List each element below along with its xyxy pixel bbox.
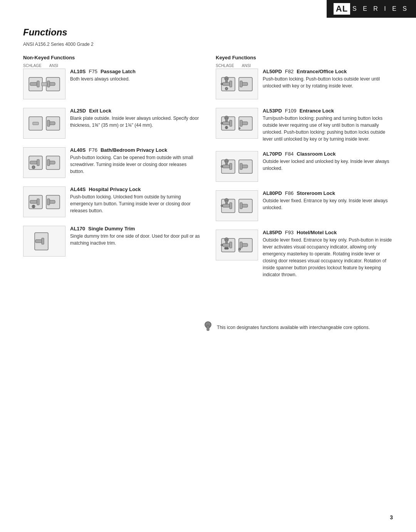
fn-al25d-info: AL25D Exit Lock Blank plate outside. Ins…: [70, 108, 200, 129]
svg-rect-35: [223, 82, 230, 86]
fn-al25d: AL25D Exit Lock Blank plate outside. Ins…: [23, 108, 200, 139]
svg-rect-65: [223, 204, 230, 207]
fn-al10s: AL10S F75 Passage Latch Both levers alwa…: [23, 69, 200, 99]
fn-al85pd-code: AL85PD: [263, 230, 282, 235]
fn-al44s-image: [23, 186, 65, 217]
fn-al10s-code: AL10S: [70, 69, 86, 74]
page-content: Functions ANSI A156.2 Series 4000 Grade …: [0, 0, 416, 356]
fn-al85pd-image: [216, 230, 258, 260]
fn-al50pd-name: Entrance/Office Lock: [297, 69, 347, 74]
fn-al70pd-desc: Outside lever locked and unlocked by key…: [263, 158, 393, 172]
svg-rect-50: [240, 120, 242, 126]
svg-rect-55: [225, 161, 228, 165]
fn-al85pd-desc: Outside lever fixed. Entrance by key onl…: [263, 237, 393, 278]
svg-rect-74: [225, 247, 228, 249]
fn-al10s-info: AL10S F75 Passage Latch Both levers alwa…: [70, 69, 200, 82]
fn-al40s-ansi: F76: [89, 147, 97, 153]
fn-al10s-desc: Both levers always unlocked.: [70, 76, 200, 82]
page-number: 3: [390, 514, 393, 520]
svg-rect-29: [42, 238, 44, 244]
svg-point-51: [239, 128, 240, 129]
fn-al170-image: [23, 226, 65, 257]
fn-al80pd-info: AL80PD F86 Storeroom Lock Outside lever …: [263, 190, 393, 211]
svg-rect-15: [37, 159, 39, 166]
svg-rect-73: [225, 240, 228, 243]
svg-rect-22: [37, 199, 39, 205]
svg-rect-26: [47, 199, 50, 205]
fn-al10s-name: Passage Latch: [101, 69, 136, 74]
fn-al80pd-name: Storeroom Lock: [297, 190, 335, 196]
svg-rect-56: [223, 165, 230, 168]
svg-rect-6: [42, 82, 47, 86]
fn-al53pd-codes: AL53PD F109 Entrance Lock: [263, 108, 393, 114]
non-keyed-heading: Non-Keyed Functions: [23, 55, 200, 60]
fn-al85pd-name: Hotel/Motel Lock: [297, 230, 337, 235]
fn-al50pd-desc: Push-button locking. Push-button locks o…: [263, 76, 393, 89]
label-row-right: SCHLAGE ANSI: [216, 64, 393, 68]
fn-al53pd-ansi: F109: [285, 108, 297, 114]
fn-al10s-codes: AL10S F75 Passage Latch: [70, 69, 200, 74]
fn-al10s-image: [23, 69, 65, 99]
fn-al80pd-codes: AL80PD F86 Storeroom Lock: [263, 190, 393, 196]
fn-al80pd-image: [216, 190, 258, 221]
series-label: S E R I E S: [352, 5, 409, 12]
fn-al80pd-code: AL80PD: [263, 190, 282, 196]
fn-al44s-info: AL44S Hospital Privacy Lock Push-button …: [70, 186, 200, 214]
fn-al40s-codes: AL40S F76 Bath/Bedroom Privacy Lock: [70, 147, 200, 153]
fn-al44s-name: Hospital Privacy Lock: [89, 186, 141, 192]
fn-al25d-name: Exit Lock: [89, 108, 111, 114]
fn-al44s-desc: Push-button locking. Unlocked from outsi…: [70, 193, 200, 214]
fn-al25d-codes: AL25D Exit Lock: [70, 108, 200, 114]
fn-al85pd-codes: AL85PD F93 Hotel/Motel Lock: [263, 230, 393, 235]
svg-point-77: [221, 244, 223, 246]
al-logo: AL: [334, 3, 350, 15]
svg-rect-75: [223, 243, 230, 247]
left-column: Non-Keyed Functions SCHLAGE ANSI: [23, 55, 200, 287]
fn-al53pd-image: [216, 108, 258, 139]
svg-rect-79: [240, 242, 242, 248]
ansi-note: ANSI A156.2 Series 4000 Grade 2: [23, 42, 393, 47]
fn-al80pd-ansi: F86: [285, 190, 294, 196]
svg-rect-18: [47, 159, 50, 166]
fn-al10s-ansi: F75: [89, 69, 97, 74]
keyed-heading: Keyed Functions: [216, 55, 393, 60]
fn-al170-desc: Single dummy trim for one side of door. …: [70, 233, 200, 247]
right-column: Keyed Functions SCHLAGE ANSI: [216, 55, 393, 287]
svg-point-34: [225, 87, 228, 90]
fn-al40s-code: AL40S: [70, 147, 86, 153]
fn-al70pd-codes: AL70PD F84 Classroom Lock: [263, 151, 393, 157]
main-columns: Non-Keyed Functions SCHLAGE ANSI: [23, 55, 393, 287]
svg-rect-11: [47, 120, 50, 126]
svg-rect-76: [230, 242, 232, 248]
svg-rect-57: [230, 163, 232, 170]
fn-al50pd-image: [216, 69, 258, 99]
label-ansi-left: ANSI: [49, 64, 58, 68]
fn-al80pd: AL80PD F86 Storeroom Lock Outside lever …: [216, 190, 393, 221]
svg-rect-36: [230, 81, 232, 87]
svg-rect-5: [47, 81, 50, 87]
fn-al70pd-ansi: F84: [285, 151, 294, 157]
svg-rect-69: [240, 203, 242, 209]
fn-al50pd: AL50PD F82 Entrance/Office Lock Push-but…: [216, 69, 393, 99]
fn-al170-name: Single Dummy Trim: [88, 226, 135, 232]
fn-al80pd-desc: Outside lever fixed. Entrance by key onl…: [263, 197, 393, 211]
label-schlage-left: SCHLAGE: [23, 64, 42, 68]
fn-al170-info: AL170 Single Dummy Trim Single dummy tri…: [70, 226, 200, 247]
svg-rect-66: [230, 203, 232, 209]
svg-rect-14: [30, 161, 37, 164]
fn-al25d-desc: Blank plate outside. Inside lever always…: [70, 115, 200, 129]
svg-point-67: [221, 205, 223, 206]
svg-rect-60: [240, 163, 242, 170]
fn-al70pd-image: [216, 151, 258, 182]
fn-al40s-image: [23, 147, 65, 178]
svg-rect-64: [225, 200, 228, 204]
fn-al53pd: AL53PD F109 Entrance Lock Turn/push-butt…: [216, 108, 393, 143]
label-schlage-right: SCHLAGE: [216, 64, 234, 68]
svg-rect-43: [225, 118, 228, 122]
svg-rect-21: [30, 200, 37, 203]
fn-al170-code: AL170: [70, 226, 85, 232]
fn-al25d-image: [23, 108, 65, 139]
header-bar: AL S E R I E S: [327, 0, 416, 18]
fn-al50pd-codes: AL50PD F82 Entrance/Office Lock: [263, 69, 393, 74]
svg-point-48: [221, 122, 223, 124]
